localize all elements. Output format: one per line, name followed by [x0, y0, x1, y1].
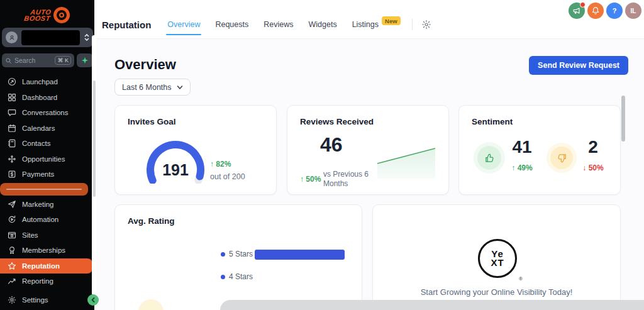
nodes-icon: [8, 155, 16, 163]
invites-goal-card: Invites Goal 191 ↑ 82% out of 200: [114, 105, 277, 195]
medal-icon: [8, 246, 16, 255]
page-title: Overview: [114, 57, 176, 73]
sidebar-collapse-button[interactable]: [87, 294, 99, 306]
search-icon: [5, 57, 12, 64]
sidebar-item-opportunities[interactable]: Opportunities: [0, 152, 92, 167]
chevron-down-icon: [177, 84, 183, 91]
bottom-sheet-edge: [220, 300, 644, 310]
invites-count: 191: [144, 161, 207, 179]
main-content: Overview Last 6 Months Send Review Reque…: [94, 39, 644, 310]
invites-change: ↑ 82%: [210, 160, 231, 169]
legend-dot-4-stars: [221, 275, 225, 279]
search-input[interactable]: Search ⌘ K: [2, 53, 74, 67]
trend-chart-icon: [8, 277, 16, 285]
reviews-received-card: Reviews Received 46 ↑ 50% vs Previous 6 …: [287, 105, 449, 195]
positive-count: 41: [504, 137, 540, 157]
rating-bar-4-stars: [255, 272, 345, 282]
app-window: AUTO BOOST Search ⌘ K: [0, 0, 644, 310]
reputation-settings-button[interactable]: [421, 19, 431, 30]
sidebar-item-sites[interactable]: Sites: [0, 228, 92, 243]
ai-assistant-button[interactable]: [77, 53, 93, 67]
reviews-compare-text: vs Previous 6 Months: [323, 170, 383, 189]
tab-listings[interactable]: ListingsNew: [352, 20, 401, 30]
sidebar-item-calendars[interactable]: Calendars: [0, 121, 92, 136]
brand-logo: AUTO BOOST: [0, 4, 94, 26]
sidebar-item-settings[interactable]: Settings: [0, 292, 92, 308]
account-avatar-icon: [6, 31, 18, 43]
content-scrollbar-thumb[interactable]: [621, 96, 625, 141]
page-section-title: Reputation: [102, 19, 151, 30]
negative-count: 2: [577, 137, 609, 157]
user-avatar[interactable]: IL: [625, 3, 641, 19]
rating-bar-5-stars: [255, 250, 345, 260]
sidebar-item-conversations[interactable]: Conversations: [0, 105, 92, 121]
tab-requests[interactable]: Requests: [215, 20, 248, 29]
sidebar-item-payments[interactable]: Payments: [0, 167, 92, 182]
brand-name-line2: BOOST: [23, 15, 50, 21]
sidebar-item-reputation[interactable]: Reputation: [0, 258, 92, 274]
tab-widgets[interactable]: Widgets: [308, 20, 336, 29]
sidebar-item-reporting[interactable]: Reporting: [0, 274, 92, 289]
send-review-request-button[interactable]: Send Review Request: [529, 56, 628, 75]
tab-divider: [412, 19, 413, 30]
avg-rating-card: Avg. Rating 5 Stars 4 Stars: [114, 204, 362, 310]
sidebar-scrollbar-thumb[interactable]: [93, 80, 96, 197]
topbar: Reputation Overview Requests Reviews Wid…: [94, 0, 644, 39]
notification-dot: [580, 2, 586, 8]
paper-plane-icon: [8, 200, 16, 209]
rating-donut-partial: [138, 299, 164, 310]
reviews-change: ↑ 50%: [300, 175, 321, 184]
tab-reviews[interactable]: Reviews: [264, 20, 293, 29]
legend-label-4-stars: 4 Stars: [229, 272, 253, 281]
search-placeholder: Search: [14, 57, 52, 64]
new-badge: New: [382, 16, 401, 25]
sidebar-scrollbar[interactable]: [92, 35, 96, 296]
sidebar-item-contacts[interactable]: Contacts: [0, 136, 92, 152]
megaphone-icon: [572, 6, 581, 15]
sidebar-item-marketing[interactable]: Marketing: [0, 197, 92, 213]
registered-mark: ®: [519, 276, 523, 282]
sparkle-icon: [81, 57, 89, 64]
sidebar-nav: Launchpad Dashboard Conversations Calend…: [0, 74, 92, 307]
tab-overview[interactable]: Overview: [167, 20, 200, 29]
sidebar-item-automation[interactable]: Automation: [0, 212, 92, 228]
sidebar-item-dashboard[interactable]: Dashboard: [0, 90, 92, 106]
header-icon-cluster: ? IL: [569, 3, 641, 19]
help-button[interactable]: ?: [606, 3, 623, 19]
reviews-trend-chart: [377, 147, 435, 179]
thumbs-up-icon: [477, 146, 501, 170]
gear-icon: [8, 296, 16, 304]
reviews-count: 46: [320, 133, 343, 157]
announcements-button[interactable]: [569, 3, 585, 19]
legend-label-5-stars: 5 Stars: [229, 250, 253, 258]
account-switch-chevrons-icon[interactable]: [84, 34, 89, 41]
rocket-icon: [8, 77, 16, 86]
browser-window-icon: [8, 231, 16, 240]
legend-dot-5-stars: [221, 252, 225, 257]
card-title: Invites Goal: [128, 117, 176, 126]
tab-bar: Overview Requests Reviews Widgets Listin…: [167, 20, 400, 30]
yext-tagline: Start Growing your Online Visibility Tod…: [373, 287, 620, 297]
card-title: Reviews Received: [300, 117, 374, 126]
invites-goal-text: out of 200: [210, 172, 245, 181]
card-title: Sentiment: [472, 117, 513, 126]
grid-icon: [8, 93, 16, 102]
chevron-left-icon: [91, 297, 96, 302]
address-book-icon: [8, 139, 16, 148]
positive-change: ↑ 49%: [504, 163, 540, 172]
dollar-icon: [8, 170, 16, 179]
card-title: Avg. Rating: [128, 216, 175, 226]
bell-icon: [591, 6, 600, 15]
sidebar: AUTO BOOST Search ⌘ K: [0, 0, 94, 310]
notifications-button[interactable]: [587, 3, 604, 19]
sidebar-item-launchpad[interactable]: Launchpad: [0, 74, 92, 90]
sidebar-item-memberships[interactable]: Memberships: [0, 243, 92, 258]
chat-bubble-icon: [8, 108, 16, 117]
account-name-redacted: [21, 30, 80, 45]
sidebar-orange-divider: [0, 183, 88, 196]
account-switcher[interactable]: [2, 28, 93, 47]
sentiment-card: Sentiment 41 ↑ 49% 2 ↓ 50%: [458, 105, 621, 195]
yext-logo: Ye XT: [478, 239, 517, 278]
negative-change: ↓ 50%: [577, 163, 609, 172]
date-range-dropdown[interactable]: Last 6 Months: [114, 79, 191, 96]
